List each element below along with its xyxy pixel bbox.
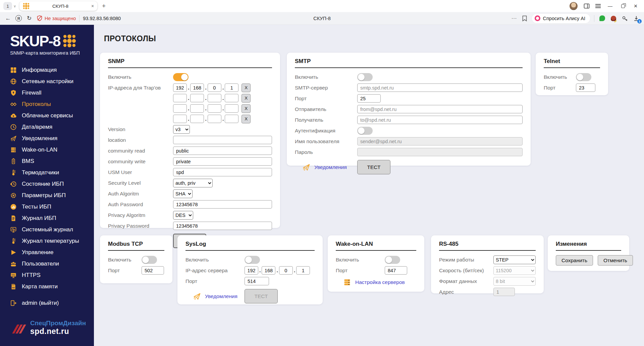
menu-icon[interactable]: [594, 2, 602, 10]
smtp-recipient-input[interactable]: [357, 116, 523, 124]
wol-servers-link[interactable]: Настройка серверов: [355, 279, 405, 285]
snmp-enable-toggle[interactable]: [173, 73, 189, 81]
smtp-enable-toggle[interactable]: [357, 73, 373, 81]
trap-ip-remove-button[interactable]: X: [241, 104, 251, 113]
sidebar-item-information[interactable]: Информация: [0, 64, 94, 76]
modbus-enable-toggle[interactable]: [142, 256, 157, 264]
tab-group-chevron-icon[interactable]: ∨: [13, 4, 17, 8]
sidebar-item-ups-parameters[interactable]: Параметры ИБП: [0, 190, 94, 201]
trap-ip-remove-button[interactable]: X: [241, 83, 251, 92]
sidebar-item-protocols[interactable]: Протоколы: [0, 99, 94, 110]
snmp-community-write-input[interactable]: [173, 157, 272, 166]
smtp-notifications-link[interactable]: Уведомления: [314, 164, 347, 170]
trap-ip-octet[interactable]: [208, 115, 221, 123]
security-indicator[interactable]: Не защищено: [37, 15, 76, 21]
trap-ip-octet[interactable]: [173, 115, 187, 123]
alice-button[interactable]: Спросить Алису AI: [532, 14, 590, 23]
yandex-icon[interactable]: Я: [15, 15, 22, 21]
trap-ip-octet[interactable]: [225, 83, 238, 92]
trap-ip-octet[interactable]: [190, 115, 204, 123]
sidebar-item-wake-on-lan[interactable]: Wake-on-LAN: [0, 144, 94, 156]
sidebar-item-cloud-services[interactable]: Облачные сервисы: [0, 110, 94, 121]
smtp-server-input[interactable]: [357, 83, 523, 92]
extension-key-icon[interactable]: [621, 15, 629, 22]
snmp-auth-algorithm-select[interactable]: SHA: [173, 189, 193, 198]
tab-close-icon[interactable]: ×: [91, 3, 94, 9]
syslog-ip-octet[interactable]: [245, 266, 258, 275]
tab-group-chip[interactable]: 1: [3, 2, 12, 10]
smtp-test-button[interactable]: ТЕСТ: [357, 160, 390, 174]
window-maximize-button[interactable]: [618, 2, 628, 10]
refresh-icon[interactable]: ↻: [25, 15, 33, 22]
side-panel-icon[interactable]: [582, 2, 591, 10]
sidebar-item-network-settings[interactable]: Сетевые настройки: [0, 76, 94, 87]
trap-ip-octet[interactable]: [208, 94, 221, 102]
downloads-icon[interactable]: 1: [633, 15, 640, 22]
snmp-auth-password-input[interactable]: [173, 200, 272, 209]
extension-pencil-icon[interactable]: [610, 15, 617, 22]
trap-ip-octet[interactable]: [225, 94, 238, 102]
sidebar-item-ups-journal[interactable]: Журнал ИБП: [0, 213, 94, 224]
trap-ip-octet[interactable]: [173, 94, 187, 102]
trap-ip-octet[interactable]: [173, 83, 187, 92]
sidebar-item-thermo-sensors[interactable]: Термодатчики: [0, 167, 94, 178]
sidebar-item-ups-tests[interactable]: Тесты ИБП: [0, 201, 94, 213]
wol-enable-toggle[interactable]: [385, 256, 400, 264]
extension-evernote-icon[interactable]: [598, 15, 606, 22]
sidebar-item-logout[interactable]: admin (выйти): [0, 292, 94, 309]
wol-port-input[interactable]: [385, 266, 407, 275]
trap-ip-remove-button[interactable]: X: [241, 94, 251, 103]
new-tab-button[interactable]: +: [100, 2, 108, 10]
sidebar-item-firewall[interactable]: Firewall: [0, 87, 94, 99]
trap-ip-octet[interactable]: [225, 104, 238, 113]
snmp-location-input[interactable]: [173, 136, 272, 144]
syslog-enable-toggle[interactable]: [245, 256, 260, 264]
snmp-security-level-select[interactable]: auth, priv: [173, 179, 213, 187]
trap-ip-remove-button[interactable]: X: [241, 115, 251, 123]
telnet-port-input[interactable]: [576, 83, 595, 92]
smtp-auth-toggle[interactable]: [357, 127, 373, 135]
back-icon[interactable]: ←: [4, 15, 12, 22]
cancel-button[interactable]: Отменить: [598, 255, 633, 266]
syslog-ip-octet[interactable]: [279, 266, 293, 275]
sidebar-item-https[interactable]: HTTPS: [0, 270, 94, 281]
save-button[interactable]: Сохранить: [556, 255, 593, 266]
smtp-sender-input[interactable]: [357, 105, 523, 113]
url-text[interactable]: 93.92.83.56:8080: [83, 16, 121, 21]
trap-ip-octet[interactable]: [190, 104, 204, 113]
sidebar-item-ups-status[interactable]: Состояние ИБП: [0, 178, 94, 190]
syslog-notifications-link[interactable]: Уведомления: [205, 293, 237, 299]
window-close-button[interactable]: ×: [631, 2, 641, 10]
snmp-usm-user-input[interactable]: [173, 168, 272, 176]
syslog-port-input[interactable]: [245, 277, 269, 285]
trap-ip-octet[interactable]: [208, 104, 221, 113]
sidebar-item-temperature-journal[interactable]: Журнал температуры: [0, 235, 94, 247]
snmp-version-select[interactable]: v3: [173, 125, 190, 134]
sidebar-item-control[interactable]: Управление: [0, 247, 94, 258]
trap-ip-octet[interactable]: [225, 115, 238, 123]
syslog-ip-octet[interactable]: [262, 266, 275, 275]
profile-avatar[interactable]: [570, 2, 578, 10]
bookmark-icon[interactable]: [521, 15, 528, 22]
syslog-ip-octet[interactable]: [296, 266, 310, 275]
more-icon[interactable]: ⋯: [512, 15, 517, 21]
sidebar-item-users[interactable]: Пользователи: [0, 258, 94, 270]
trap-ip-octet[interactable]: [190, 83, 204, 92]
sidebar-item-memory-card[interactable]: Карта памяти: [0, 281, 94, 292]
smtp-port-input[interactable]: [357, 94, 381, 103]
window-minimize-button[interactable]: —: [605, 2, 615, 10]
trap-ip-octet[interactable]: [208, 83, 221, 92]
vendor-logo[interactable]: СпецПромДизайн spd.net.ru: [0, 320, 94, 336]
snmp-privacy-algorithm-select[interactable]: DES: [173, 211, 193, 220]
telnet-enable-toggle[interactable]: [576, 73, 591, 81]
trap-ip-octet[interactable]: [173, 104, 187, 113]
snmp-community-read-input[interactable]: [173, 147, 272, 155]
sidebar-item-system-journal[interactable]: Системный журнал: [0, 224, 94, 235]
trap-ip-octet[interactable]: [190, 94, 204, 102]
snmp-privacy-password-input[interactable]: [173, 222, 272, 230]
browser-tab[interactable]: СКУП-8 ×: [19, 1, 97, 11]
sidebar-item-bms[interactable]: BMS: [0, 156, 94, 167]
modbus-port-input[interactable]: [142, 266, 164, 275]
sidebar-item-date-time[interactable]: Дата/время: [0, 121, 94, 133]
rs485-mode-select[interactable]: STEP: [493, 255, 536, 264]
